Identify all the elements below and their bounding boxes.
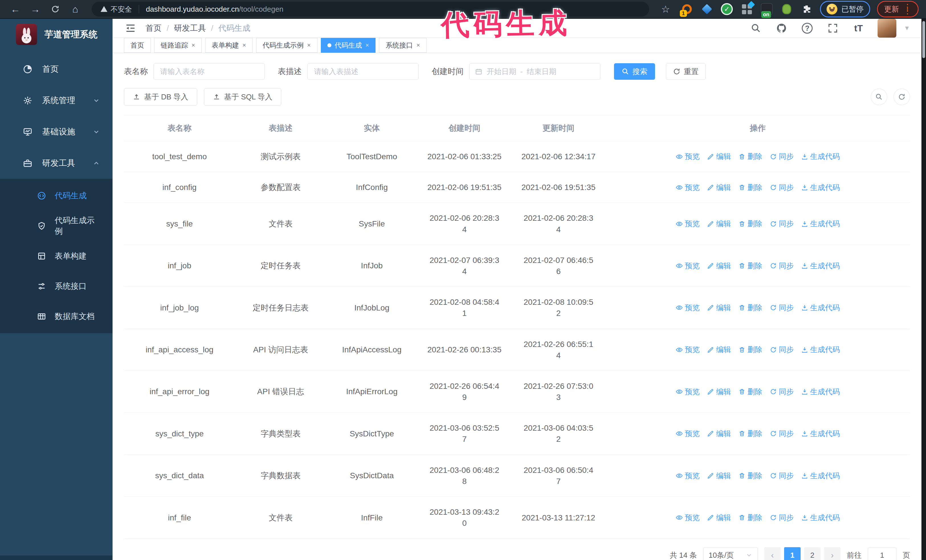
extension-gem-icon[interactable]: [701, 3, 713, 16]
url-text[interactable]: dashboard.yudao.iocoder.cn/tool/codegen: [146, 5, 283, 14]
sidebar-item-infra[interactable]: 基础设施: [0, 116, 112, 148]
preview-link[interactable]: 预览: [676, 386, 700, 397]
generate-code-link[interactable]: 生成代码: [801, 151, 840, 162]
browser-menu-dots-icon[interactable]: ⋮⋮: [903, 5, 911, 13]
goto-page-input[interactable]: [868, 547, 896, 560]
bookmark-star-icon[interactable]: ☆: [658, 1, 673, 17]
avatar-caret-icon[interactable]: ▼: [904, 24, 910, 32]
extension-dark-icon[interactable]: on: [760, 3, 773, 16]
preview-link[interactable]: 预览: [676, 512, 700, 523]
table-row[interactable]: inf_api_access_log API 访问日志表 InfApiAcces…: [124, 329, 910, 371]
delete-link[interactable]: 删除: [738, 512, 763, 523]
horizontal-scrollbar[interactable]: [0, 555, 112, 560]
sidebar-item-devtools[interactable]: 研发工具: [0, 148, 112, 179]
next-page-button[interactable]: ›: [824, 547, 841, 560]
extension-check-icon[interactable]: ✓: [720, 3, 733, 16]
sync-link[interactable]: 同步: [770, 182, 794, 193]
edit-link[interactable]: 编辑: [707, 344, 731, 355]
table-row[interactable]: inf_file 文件表 InfFile 2021-03-13 09:43:2 …: [124, 497, 910, 539]
delete-link[interactable]: 删除: [738, 302, 763, 313]
page-tab[interactable]: 表单构建 ×: [205, 38, 253, 53]
table-row[interactable]: inf_job 定时任务表 InfJob 2021-02-07 06:39:3 …: [124, 245, 910, 287]
date-range-picker[interactable]: 开始日期 - 结束日期: [469, 63, 600, 80]
search-button[interactable]: 搜索: [614, 63, 655, 80]
table-desc-input[interactable]: [307, 63, 419, 80]
tab-close-icon[interactable]: ×: [191, 42, 195, 49]
table-row[interactable]: sys_file 文件表 SysFile 2021-02-06 20:28:3 …: [124, 203, 910, 245]
sync-link[interactable]: 同步: [770, 219, 794, 229]
sync-link[interactable]: 同步: [770, 512, 794, 523]
sidebar-item-system[interactable]: 系统管理: [0, 85, 112, 116]
generate-code-link[interactable]: 生成代码: [801, 471, 840, 481]
preview-link[interactable]: 预览: [676, 151, 700, 162]
table-name-input[interactable]: [154, 63, 265, 80]
sync-link[interactable]: 同步: [770, 386, 794, 397]
generate-code-link[interactable]: 生成代码: [801, 386, 840, 397]
breadcrumb-item[interactable]: 研发工具: [174, 23, 206, 33]
security-warning[interactable]: 不安全: [100, 5, 132, 14]
extensions-puzzle-icon[interactable]: [800, 3, 813, 16]
reset-button[interactable]: 重置: [666, 63, 706, 80]
page-button-2[interactable]: 2: [804, 547, 820, 560]
scrollbar-thumb[interactable]: [922, 21, 925, 58]
edit-link[interactable]: 编辑: [707, 261, 731, 271]
preview-link[interactable]: 预览: [676, 471, 700, 481]
sidebar-item-codegen[interactable]: 代码生成: [0, 181, 112, 211]
fullscreen-icon[interactable]: [826, 22, 840, 35]
generate-code-link[interactable]: 生成代码: [801, 261, 840, 271]
generate-code-link[interactable]: 生成代码: [801, 182, 840, 193]
sync-link[interactable]: 同步: [770, 302, 794, 313]
preview-link[interactable]: 预览: [676, 261, 700, 271]
logo-area[interactable]: 芋道管理系统: [0, 19, 112, 50]
preview-link[interactable]: 预览: [676, 182, 700, 193]
sidebar-item-form-builder[interactable]: 表单构建: [0, 241, 112, 271]
browser-home-icon[interactable]: ⌂: [67, 1, 83, 17]
delete-link[interactable]: 删除: [738, 429, 763, 439]
table-row[interactable]: sys_dict_type 字典类型表 SysDictType 2021-03-…: [124, 413, 910, 454]
delete-link[interactable]: 删除: [738, 182, 763, 193]
edit-link[interactable]: 编辑: [707, 429, 731, 439]
tab-close-icon[interactable]: ×: [366, 42, 369, 49]
delete-link[interactable]: 删除: [738, 219, 763, 229]
preview-link[interactable]: 预览: [676, 302, 700, 313]
chrome-update-button[interactable]: 更新 ⋮⋮: [877, 1, 918, 17]
sync-link[interactable]: 同步: [770, 151, 794, 162]
breadcrumb-item[interactable]: 首页: [145, 23, 162, 33]
sync-link[interactable]: 同步: [770, 429, 794, 439]
github-icon[interactable]: [775, 22, 788, 35]
tab-close-icon[interactable]: ×: [242, 42, 246, 49]
sidebar-item-codegen-example[interactable]: 代码生成示例: [0, 211, 112, 241]
delete-link[interactable]: 删除: [738, 471, 763, 481]
edit-link[interactable]: 编辑: [707, 219, 731, 229]
extension-green-icon[interactable]: [780, 3, 793, 16]
generate-code-link[interactable]: 生成代码: [801, 512, 840, 523]
table-row[interactable]: inf_job_log 定时任务日志表 InfJobLog 2021-02-08…: [124, 287, 910, 329]
profile-paused-badge[interactable]: 已暂停: [820, 1, 870, 17]
generate-code-link[interactable]: 生成代码: [801, 302, 840, 313]
sidebar-fold-icon[interactable]: [123, 21, 138, 36]
sync-link[interactable]: 同步: [770, 471, 794, 481]
import-db-button[interactable]: 基于 DB 导入: [124, 88, 197, 106]
help-icon[interactable]: ?: [800, 22, 814, 35]
table-row[interactable]: inf_config 参数配置表 InfConfig 2021-02-06 19…: [124, 172, 910, 203]
edit-link[interactable]: 编辑: [707, 471, 731, 481]
edit-link[interactable]: 编辑: [707, 182, 731, 193]
refresh-table-button[interactable]: [894, 89, 910, 105]
page-tab[interactable]: 首页: [124, 38, 151, 53]
prev-page-button[interactable]: ‹: [764, 547, 781, 560]
user-avatar[interactable]: [878, 19, 896, 38]
page-button-1[interactable]: 1: [784, 547, 800, 560]
vertical-scrollbar[interactable]: [921, 19, 926, 560]
preview-link[interactable]: 预览: [676, 219, 700, 229]
header-search-icon[interactable]: [749, 22, 763, 35]
toggle-search-button[interactable]: [871, 89, 887, 105]
extension-grid-icon[interactable]: [740, 3, 754, 16]
browser-back-icon[interactable]: ←: [8, 1, 23, 17]
sync-link[interactable]: 同步: [770, 344, 794, 355]
edit-link[interactable]: 编辑: [707, 386, 731, 397]
import-sql-button[interactable]: 基于 SQL 导入: [204, 88, 281, 106]
sync-link[interactable]: 同步: [770, 261, 794, 271]
delete-link[interactable]: 删除: [738, 344, 763, 355]
extension-orange-icon[interactable]: 1: [680, 3, 693, 16]
edit-link[interactable]: 编辑: [707, 151, 731, 162]
